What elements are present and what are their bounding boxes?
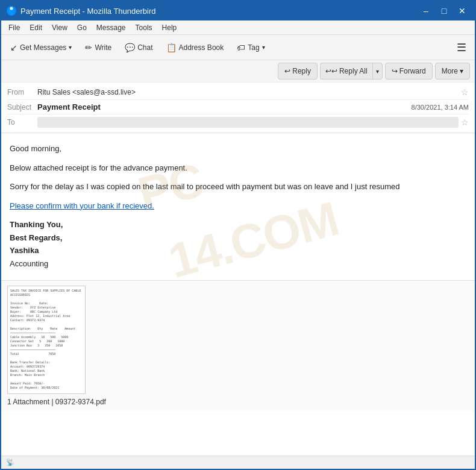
thunderbird-icon	[6, 5, 17, 16]
reply-arrow-icon: ↩	[284, 67, 290, 75]
more-dropdown-icon: ▾	[460, 67, 463, 75]
sig-line4: Accounting	[10, 258, 466, 270]
from-star-icon[interactable]: ☆	[461, 87, 469, 97]
menu-bar: File Edit View Go Message Tools Help	[1, 20, 475, 35]
sig-line1: Thanking You,	[10, 219, 466, 231]
window-controls: – □ ✕	[418, 4, 470, 17]
to-value	[37, 117, 459, 128]
address-book-button[interactable]: 📋 Address Book	[161, 38, 230, 57]
email-action-bar: ↩ Reply ↩↩ Reply All ▾ ↪ Forward More ▾	[1, 60, 475, 83]
subject-label: Subject	[7, 103, 37, 111]
menu-help[interactable]: Help	[157, 22, 182, 33]
reply-all-label: Reply All	[339, 67, 368, 75]
sig-line2: Best Regards,	[10, 232, 466, 244]
body-greeting: Good morning,	[10, 143, 466, 155]
to-label: To	[7, 118, 37, 127]
reply-all-arrows-icon: ↩↩	[325, 67, 337, 75]
window-title: Payment Receipt - Mozilla Thunderbird	[20, 7, 418, 16]
reply-all-button-group: ↩↩ Reply All ▾	[320, 63, 383, 80]
menu-edit[interactable]: Edit	[25, 22, 47, 33]
email-from-row: From Ritu Sales <sales@a-ssd.live> ☆	[7, 85, 469, 100]
get-messages-dropdown-icon: ▾	[69, 44, 72, 51]
email-to-row: To ☆	[7, 114, 469, 130]
body-paragraph2: Sorry for the delay as I was copied on t…	[10, 181, 466, 193]
title-bar: Payment Receipt - Mozilla Thunderbird – …	[1, 1, 475, 20]
email-signature: Thanking You, Best Regards, Yashika Acco…	[10, 219, 466, 269]
body-paragraph3: Please confirm with your bank if recieve…	[10, 200, 466, 212]
tag-button[interactable]: 🏷 Tag ▾	[231, 38, 270, 57]
address-book-label: Address Book	[179, 43, 224, 52]
menu-file[interactable]: File	[4, 22, 25, 33]
menu-message[interactable]: Message	[92, 22, 131, 33]
watermark: PC 14.COM	[130, 133, 346, 301]
close-button[interactable]: ✕	[454, 4, 470, 17]
reply-all-dropdown-button[interactable]: ▾	[372, 63, 383, 80]
menu-go[interactable]: Go	[72, 22, 92, 33]
minimize-button[interactable]: –	[418, 4, 434, 17]
forward-arrow-icon: ↪	[392, 67, 398, 75]
from-value: Ritu Sales <sales@a-ssd.live>	[37, 88, 459, 96]
attachment-area: SALES TAX INVOICE FOR SUPPLIES OF CABLE …	[1, 280, 475, 411]
email-body-container[interactable]: PC 14.COM Good morning, Below attached r…	[1, 133, 475, 456]
more-label: More	[442, 67, 458, 75]
get-messages-button[interactable]: ↙ Get Messages ▾	[5, 38, 77, 57]
email-subject-row: Subject Payment Receipt 8/30/2021, 3:14 …	[7, 100, 469, 114]
chat-button[interactable]: 💬 Chat	[119, 38, 158, 57]
connection-icon: 📡	[6, 459, 14, 466]
from-label: From	[7, 88, 37, 96]
to-star-icon[interactable]: ☆	[461, 118, 469, 127]
sig-line3: Yashika	[10, 245, 466, 257]
attachment-preview: SALES TAX INVOICE FOR SUPPLIES OF CABLE …	[8, 286, 85, 394]
tag-label: Tag	[248, 43, 259, 52]
forward-label: Forward	[399, 67, 426, 75]
menu-tools[interactable]: Tools	[131, 22, 157, 33]
address-book-icon: 📋	[166, 43, 177, 52]
get-messages-label: Get Messages	[20, 43, 66, 52]
get-messages-icon: ↙	[10, 43, 17, 52]
reply-label: Reply	[292, 67, 311, 75]
thunderbird-window: Payment Receipt - Mozilla Thunderbird – …	[0, 0, 476, 470]
chat-icon: 💬	[125, 43, 135, 52]
hamburger-menu-button[interactable]: ☰	[452, 39, 471, 57]
main-toolbar: ↙ Get Messages ▾ ✏ Write 💬 Chat 📋 Addres…	[1, 35, 475, 60]
write-button[interactable]: ✏ Write	[80, 38, 117, 57]
maximize-button[interactable]: □	[436, 4, 452, 17]
reply-all-button[interactable]: ↩↩ Reply All	[320, 63, 372, 80]
write-label: Write	[95, 43, 111, 52]
chat-label: Chat	[137, 43, 152, 52]
svg-point-2	[10, 7, 13, 10]
status-bar: 📡	[1, 456, 475, 469]
tag-icon: 🏷	[237, 43, 245, 52]
body-confirm-text: Please confirm with your bank if recieve…	[10, 201, 154, 210]
email-body: PC 14.COM Good morning, Below attached r…	[1, 133, 475, 280]
reply-button[interactable]: ↩ Reply	[278, 63, 318, 80]
more-button[interactable]: More ▾	[435, 63, 470, 80]
forward-button[interactable]: ↪ Forward	[385, 63, 433, 80]
attachment-info: 1 Attachment | 09372-9374.pdf	[7, 398, 469, 406]
body-paragraph1: Below attached receipt is for the advanc…	[10, 162, 466, 174]
email-header: ↩ Reply ↩↩ Reply All ▾ ↪ Forward More ▾	[1, 60, 475, 133]
write-icon: ✏	[85, 43, 92, 52]
menu-view[interactable]: View	[47, 22, 72, 33]
email-date: 8/30/2021, 3:14 AM	[412, 104, 469, 111]
tag-dropdown-icon: ▾	[262, 44, 265, 51]
subject-value: Payment Receipt	[37, 102, 412, 111]
attachment-thumbnail[interactable]: SALES TAX INVOICE FOR SUPPLIES OF CABLE …	[7, 286, 86, 394]
email-meta: From Ritu Sales <sales@a-ssd.live> ☆ Sub…	[1, 83, 475, 133]
